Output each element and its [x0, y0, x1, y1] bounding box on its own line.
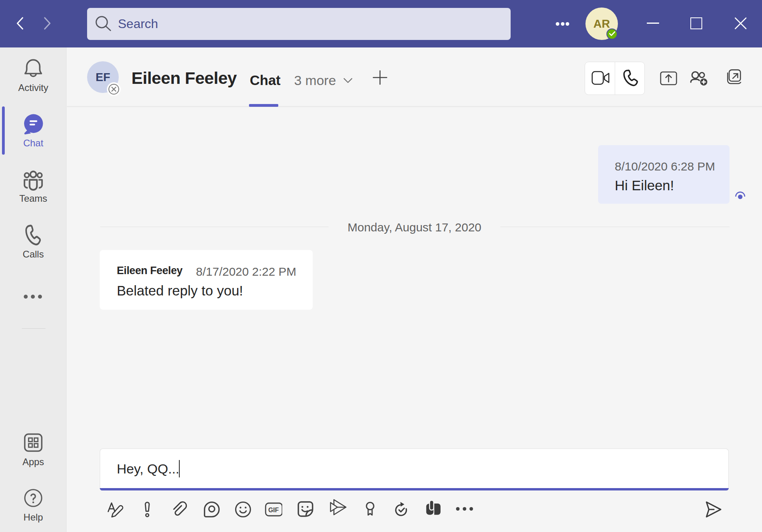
svg-text:GIF: GIF	[268, 507, 279, 513]
